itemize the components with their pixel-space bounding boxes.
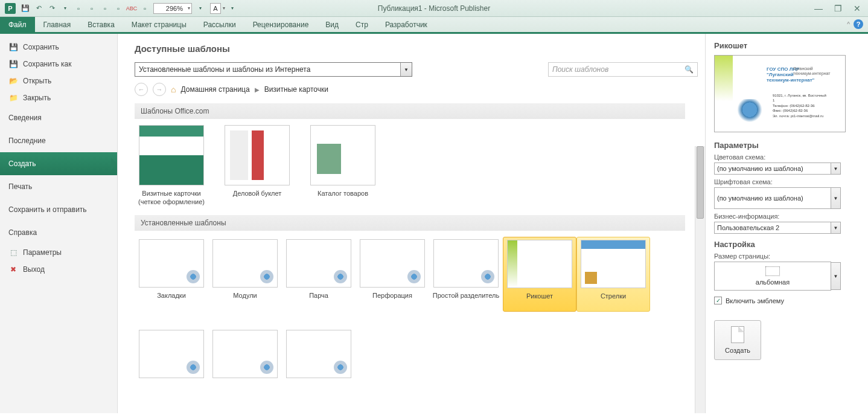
tab-file[interactable]: Файл (0, 17, 35, 32)
font-size-box[interactable]: A (210, 3, 221, 14)
template-bookmarks[interactable]: Закладки (135, 237, 208, 312)
template-item[interactable] (135, 327, 208, 384)
save-icon: 💾 (8, 42, 18, 52)
zoom-combo[interactable]: 296% (153, 3, 192, 14)
template-thumbnail (581, 240, 646, 288)
nav-back-button[interactable]: ← (135, 83, 148, 96)
search-placeholder: Поиск шаблонов (552, 65, 608, 74)
tab-home[interactable]: Главная (35, 17, 80, 32)
sidebar-item-label: Сведения (8, 114, 42, 122)
restore-button[interactable]: ❐ (831, 3, 845, 14)
sidebar-item-save-send[interactable]: Сохранить и отправить (0, 198, 117, 221)
template-thumbnail (139, 125, 204, 185)
tab-insert[interactable]: Вставка (79, 17, 123, 32)
print-icon[interactable]: ▫ (99, 2, 111, 14)
sidebar-item-info[interactable]: Сведения (0, 106, 117, 129)
quick-print-icon[interactable]: ▫ (112, 2, 124, 14)
template-brochure[interactable]: Деловой буклет (220, 125, 294, 207)
email-icon[interactable]: ▫ (139, 2, 151, 14)
sidebar-item-save[interactable]: 💾Сохранить (0, 39, 117, 56)
template-label: Каталог товаров (306, 189, 380, 198)
tab-review[interactable]: Рецензирование (244, 17, 318, 32)
template-label: Деловой буклет (220, 189, 294, 198)
breadcrumb-current: Визитные карточки (264, 85, 328, 94)
window-title: Публикация1 - Microsoft Publisher (378, 4, 490, 13)
new-icon[interactable]: ▫ (72, 2, 85, 14)
sidebar-item-exit[interactable]: ✖Выход (0, 261, 117, 278)
zoom-dropdown-icon[interactable]: ▾ (194, 2, 206, 14)
template-catalog[interactable]: Каталог товаров (306, 125, 380, 207)
page-size-label: Размер страницы: (714, 253, 860, 260)
spelling-icon[interactable]: ABC (126, 2, 138, 14)
scroll-thumb[interactable] (697, 146, 704, 219)
sidebar-item-print[interactable]: Печать (0, 175, 117, 198)
installed-templates-row-2 (135, 327, 698, 384)
nav-forward-button[interactable]: → (153, 83, 166, 96)
template-ricochet[interactable]: Рикошет (503, 237, 576, 312)
template-thumbnail (212, 239, 278, 288)
sidebar-item-help[interactable]: Справка (0, 221, 117, 244)
template-label: Рикошет (506, 292, 573, 309)
include-logo-checkbox[interactable]: ✓ Включить эмблему (714, 297, 860, 304)
undo-icon[interactable]: ↶ (33, 2, 45, 14)
sidebar-item-open[interactable]: 📂Открыть (0, 72, 117, 89)
template-label: Визитные карточки (четкое оформление) (135, 189, 208, 207)
select-value: (по умолчанию из шаблона) (717, 165, 803, 172)
ribbon-minimize-icon[interactable]: ^ (847, 21, 850, 28)
template-label: Простой разделитель (432, 291, 500, 308)
template-thumbnail (433, 239, 499, 288)
sidebar-item-new[interactable]: Создать (0, 152, 117, 175)
sidebar-item-options[interactable]: ⬚Параметры (0, 244, 117, 261)
select-value: Установленные шаблоны и шаблоны из Интер… (139, 65, 310, 74)
template-source-select[interactable]: Установленные шаблоны и шаблоны из Интер… (135, 62, 412, 77)
save-icon[interactable]: 💾 (19, 2, 31, 14)
font-scheme-select[interactable]: (по умолчанию из шаблона)▼ (714, 187, 841, 209)
sidebar-item-label: Сохранить как (23, 60, 71, 68)
help-icon[interactable]: ? (854, 19, 863, 29)
open-icon[interactable]: ▫ (86, 2, 98, 14)
ribbon-tabs: Файл Главная Вставка Макет страницы Расс… (0, 17, 868, 34)
template-perforation[interactable]: Перфорация (356, 237, 429, 312)
template-modules[interactable]: Модули (208, 237, 282, 312)
sidebar-item-label: Создать (8, 159, 36, 168)
breadcrumb-home[interactable]: Домашняя страница (180, 85, 249, 94)
create-button[interactable]: Создать (714, 320, 761, 360)
tab-view[interactable]: Вид (317, 17, 347, 32)
filter-row: Установленные шаблоны и шаблоны из Интер… (135, 62, 698, 77)
tab-str[interactable]: Стр (347, 17, 377, 32)
qat-more-icon[interactable]: ▾ (226, 2, 238, 14)
chevron-down-icon: ▼ (831, 222, 840, 233)
business-info-select[interactable]: Пользовательская 2▼ (714, 222, 841, 234)
close-button[interactable]: ✕ (850, 3, 864, 14)
qat-dropdown-icon[interactable]: ▾ (59, 2, 71, 14)
sidebar-item-close[interactable]: 📁Закрыть (0, 89, 117, 106)
scrollbar[interactable] (695, 146, 705, 413)
template-business-cards[interactable]: Визитные карточки (четкое оформление) (135, 125, 208, 207)
app-icon[interactable]: P (5, 3, 16, 14)
search-icon[interactable]: 🔍 (685, 65, 694, 74)
tab-mailings[interactable]: Рассылки (195, 17, 244, 32)
home-icon[interactable]: ⌂ (171, 85, 176, 94)
template-thumbnail (139, 239, 204, 288)
template-item[interactable] (208, 327, 282, 384)
tab-developer[interactable]: Разработчик (377, 17, 436, 32)
redo-icon[interactable]: ↷ (46, 2, 58, 14)
templates-panel: Доступные шаблоны Установленные шаблоны … (118, 34, 705, 413)
search-templates-input[interactable]: Поиск шаблонов 🔍 (548, 62, 698, 77)
button-label: Создать (725, 347, 750, 354)
template-arrows[interactable]: Стрелки (576, 237, 650, 312)
sidebar-item-label: Сохранить и отправить (8, 205, 87, 214)
template-item[interactable] (282, 327, 356, 384)
template-simple-divider[interactable]: Простой разделитель (429, 237, 503, 312)
tab-page-layout[interactable]: Макет страницы (123, 17, 195, 32)
preview-title: Рикошет (714, 41, 860, 50)
exit-icon: ✖ (8, 265, 18, 274)
sidebar-item-save-as[interactable]: 💾Сохранить как (0, 56, 117, 72)
minimize-button[interactable]: — (811, 3, 826, 14)
sidebar-item-recent[interactable]: Последние (0, 129, 117, 152)
color-scheme-select[interactable]: (по умолчанию из шаблона)▼ (714, 162, 841, 175)
sidebar-item-label: Выход (23, 265, 45, 274)
template-brocade[interactable]: Парча (282, 237, 356, 312)
page-size-select[interactable]: альбомная ▼ (714, 262, 831, 291)
chevron-down-icon[interactable]: ▾ (223, 5, 225, 11)
